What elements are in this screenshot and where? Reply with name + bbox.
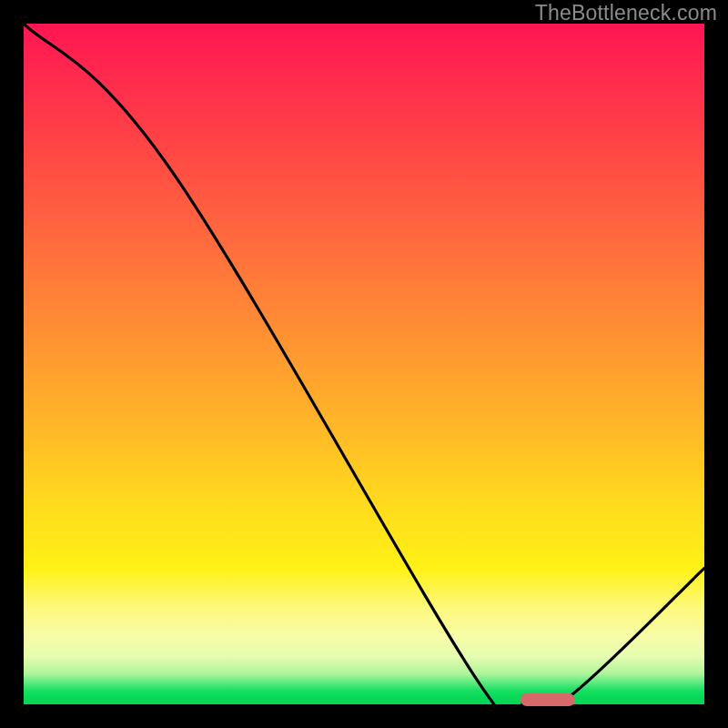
plot-area <box>24 24 704 704</box>
optimal-range-marker <box>521 693 575 706</box>
chart-frame: TheBottleneck.com <box>0 0 728 728</box>
heat-gradient <box>24 24 704 704</box>
watermark-text: TheBottleneck.com <box>535 1 717 25</box>
